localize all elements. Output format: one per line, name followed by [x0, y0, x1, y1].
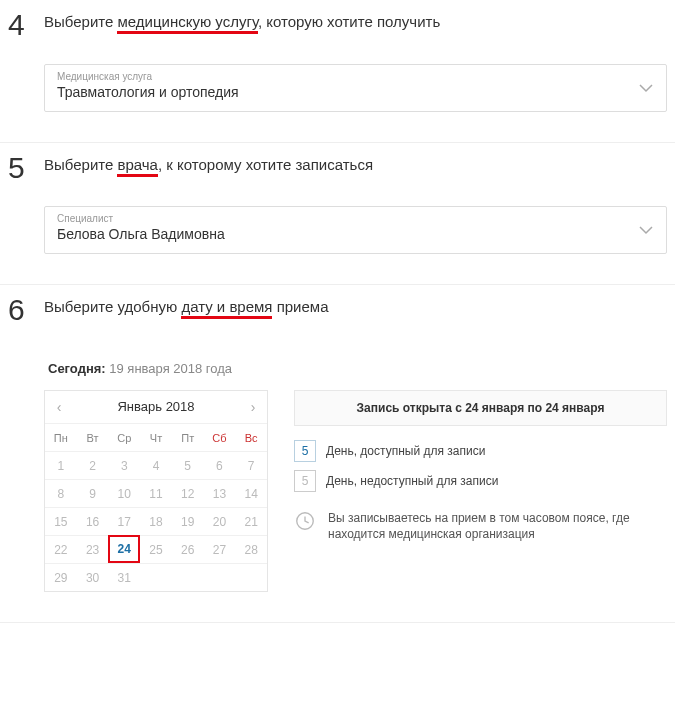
calendar-day[interactable]: 25 — [140, 535, 172, 563]
step-title: Выберите удобную дату и время приема — [44, 295, 667, 321]
calendar-day — [204, 563, 236, 591]
calendar-dow: Пт — [172, 423, 204, 451]
legend-available: 5 День, доступный для записи — [294, 440, 667, 462]
legend-unavailable-text: День, недоступный для записи — [326, 474, 498, 488]
clock-icon — [294, 510, 316, 537]
calendar-grid: ПнВтСрЧтПтСбВс12345678910111213141516171… — [45, 423, 267, 591]
legend-box-unavailable: 5 — [294, 470, 316, 492]
calendar-day[interactable]: 20 — [204, 507, 236, 535]
calendar-day[interactable]: 7 — [235, 451, 267, 479]
calendar-day[interactable]: 31 — [108, 563, 140, 591]
today-value: 19 января 2018 года — [109, 361, 232, 376]
chevron-down-icon — [638, 221, 654, 239]
step-title: Выберите врача, к которому хотите записа… — [44, 153, 667, 179]
medical-service-select[interactable]: Медицинская услуга Травматология и ортоп… — [44, 64, 667, 112]
calendar-day[interactable]: 26 — [172, 535, 204, 563]
calendar-dow: Чт — [140, 423, 172, 451]
step-number: 5 — [8, 153, 30, 183]
select-value: Травматология и ортопедия — [57, 84, 239, 100]
calendar-day[interactable]: 3 — [108, 451, 140, 479]
calendar-day[interactable]: 24 — [108, 535, 140, 563]
calendar-day[interactable]: 10 — [108, 479, 140, 507]
doctor-select[interactable]: Специалист Белова Ольга Вадимовна — [44, 206, 667, 254]
calendar-day[interactable]: 19 — [172, 507, 204, 535]
calendar-day[interactable]: 4 — [140, 451, 172, 479]
legend-box-available: 5 — [294, 440, 316, 462]
calendar-month: Январь 2018 — [87, 399, 225, 414]
calendar-day[interactable]: 11 — [140, 479, 172, 507]
today-label: Сегодня: — [48, 361, 106, 376]
title-emphasis: врача — [117, 156, 157, 177]
calendar-day[interactable]: 1 — [45, 451, 77, 479]
timezone-text: Вы записываетесь на прием в том часовом … — [328, 510, 667, 544]
legend-unavailable: 5 День, недоступный для записи — [294, 470, 667, 492]
availability-banner: Запись открыта с 24 января по 24 января — [294, 390, 667, 426]
calendar-day[interactable]: 28 — [235, 535, 267, 563]
calendar-day[interactable]: 13 — [204, 479, 236, 507]
calendar-day[interactable]: 22 — [45, 535, 77, 563]
legend-available-text: День, доступный для записи — [326, 444, 485, 458]
timezone-note: Вы записываетесь на прием в том часовом … — [294, 510, 667, 544]
calendar-day[interactable]: 14 — [235, 479, 267, 507]
calendar-dow: Вс — [235, 423, 267, 451]
step-number: 6 — [8, 295, 30, 325]
select-label: Специалист — [57, 213, 654, 224]
step-number: 4 — [8, 10, 30, 40]
step-6: 6 Выберите удобную дату и время приема С… — [0, 285, 675, 623]
calendar-next-button[interactable]: › — [243, 399, 263, 415]
select-value: Белова Ольга Вадимовна — [57, 226, 225, 242]
select-label: Медицинская услуга — [57, 71, 654, 82]
calendar-day[interactable]: 21 — [235, 507, 267, 535]
calendar-day[interactable]: 17 — [108, 507, 140, 535]
info-column: Запись открыта с 24 января по 24 января … — [294, 390, 667, 544]
calendar: ‹ Январь 2018 › ПнВтСрЧтПтСбВс1234567891… — [44, 390, 268, 592]
calendar-dow: Пн — [45, 423, 77, 451]
step-title: Выберите медицинскую услугу, которую хот… — [44, 10, 667, 36]
chevron-down-icon — [638, 79, 654, 97]
calendar-day[interactable]: 6 — [204, 451, 236, 479]
calendar-day[interactable]: 23 — [77, 535, 109, 563]
calendar-day[interactable]: 29 — [45, 563, 77, 591]
step-5: 5 Выберите врача, к которому хотите запи… — [0, 143, 675, 286]
calendar-day[interactable]: 9 — [77, 479, 109, 507]
calendar-day[interactable]: 8 — [45, 479, 77, 507]
calendar-day[interactable]: 5 — [172, 451, 204, 479]
calendar-dow: Сб — [204, 423, 236, 451]
calendar-day[interactable]: 27 — [204, 535, 236, 563]
calendar-day[interactable]: 15 — [45, 507, 77, 535]
title-emphasis: медицинскую услугу — [117, 13, 257, 34]
calendar-day — [140, 563, 172, 591]
calendar-dow: Ср — [108, 423, 140, 451]
calendar-day[interactable]: 12 — [172, 479, 204, 507]
calendar-prev-button[interactable]: ‹ — [49, 399, 69, 415]
calendar-day[interactable]: 2 — [77, 451, 109, 479]
today-line: Сегодня: 19 января 2018 года — [48, 361, 667, 376]
calendar-dow: Вт — [77, 423, 109, 451]
calendar-day — [235, 563, 267, 591]
calendar-day — [172, 563, 204, 591]
calendar-day[interactable]: 16 — [77, 507, 109, 535]
title-emphasis: дату и время — [181, 298, 272, 319]
calendar-day[interactable]: 18 — [140, 507, 172, 535]
step-4: 4 Выберите медицинскую услугу, которую х… — [0, 0, 675, 143]
calendar-day[interactable]: 30 — [77, 563, 109, 591]
